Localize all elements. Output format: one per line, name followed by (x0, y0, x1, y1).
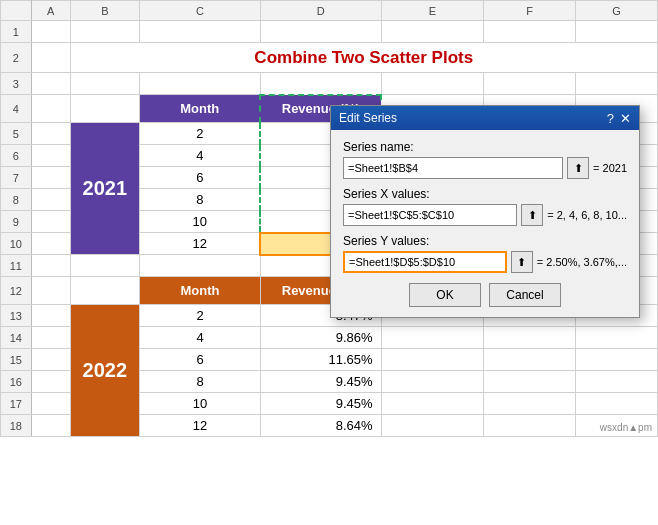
cell-a3[interactable] (31, 73, 70, 95)
collapse-arrow-x-icon: ⬆ (528, 209, 537, 222)
col-header-d: D (260, 1, 381, 21)
col-header-a: A (31, 1, 70, 21)
cell-c11[interactable] (140, 255, 261, 277)
series-x-label: Series X values: (343, 187, 627, 201)
cell-c1[interactable] (140, 21, 261, 43)
cell-a17[interactable] (31, 393, 70, 415)
cell-f1[interactable] (483, 21, 575, 43)
cell-c13[interactable]: 2 (140, 305, 261, 327)
row-num: 8 (1, 189, 32, 211)
cell-c16[interactable]: 8 (140, 371, 261, 393)
series-y-input[interactable] (343, 251, 507, 273)
cell-b4[interactable] (70, 95, 140, 123)
series-y-label: Series Y values: (343, 234, 627, 248)
cell-a9[interactable] (31, 211, 70, 233)
series-name-label: Series name: (343, 140, 627, 154)
row-num: 13 (1, 305, 32, 327)
cell-g14[interactable] (576, 327, 658, 349)
cell-c8[interactable]: 8 (140, 189, 261, 211)
cell-c7[interactable]: 6 (140, 167, 261, 189)
cell-g17[interactable] (576, 393, 658, 415)
cell-b11[interactable] (70, 255, 140, 277)
cell-c18[interactable]: 12 (140, 415, 261, 437)
cell-a7[interactable] (31, 167, 70, 189)
series-name-collapse-btn[interactable]: ⬆ (567, 157, 589, 179)
dialog-buttons: OK Cancel (343, 283, 627, 307)
cell-e16[interactable] (381, 371, 483, 393)
cell-e1[interactable] (381, 21, 483, 43)
cell-b12[interactable] (70, 277, 140, 305)
row-num: 4 (1, 95, 32, 123)
cell-f17[interactable] (483, 393, 575, 415)
edit-series-dialog: Edit Series ? ✕ Series name: ⬆ = 2021 Se… (330, 105, 640, 318)
cell-d3[interactable] (260, 73, 381, 95)
cell-a18[interactable] (31, 415, 70, 437)
cell-f18[interactable] (483, 415, 575, 437)
series-x-row: ⬆ = 2, 4, 6, 8, 10... (343, 204, 627, 226)
cell-a4[interactable] (31, 95, 70, 123)
cell-a6[interactable] (31, 145, 70, 167)
dialog-close-icon[interactable]: ✕ (620, 112, 631, 125)
cell-a2[interactable] (31, 43, 70, 73)
cell-e15[interactable] (381, 349, 483, 371)
cancel-button[interactable]: Cancel (489, 283, 561, 307)
cell-d18[interactable]: 8.64% (260, 415, 381, 437)
watermark: wsxdn▲pm (600, 422, 652, 433)
cell-c6[interactable]: 4 (140, 145, 261, 167)
row-num: 11 (1, 255, 32, 277)
cell-c3[interactable] (140, 73, 261, 95)
cell-a15[interactable] (31, 349, 70, 371)
cell-f14[interactable] (483, 327, 575, 349)
cell-a13[interactable] (31, 305, 70, 327)
cell-d14[interactable]: 9.86% (260, 327, 381, 349)
cell-a8[interactable] (31, 189, 70, 211)
cell-d1[interactable] (260, 21, 381, 43)
cell-d17[interactable]: 9.45% (260, 393, 381, 415)
cell-d15[interactable]: 11.65% (260, 349, 381, 371)
col-header-f: F (483, 1, 575, 21)
dialog-body: Series name: ⬆ = 2021 Series X values: ⬆… (331, 130, 639, 317)
cell-f15[interactable] (483, 349, 575, 371)
cell-b1[interactable] (70, 21, 140, 43)
cell-a16[interactable] (31, 371, 70, 393)
series-x-input[interactable] (343, 204, 517, 226)
cell-a11[interactable] (31, 255, 70, 277)
dialog-help-icon[interactable]: ? (607, 112, 614, 125)
cell-a5[interactable] (31, 123, 70, 145)
table-row: 1 (1, 21, 658, 43)
cell-c9[interactable]: 10 (140, 211, 261, 233)
cell-f3[interactable] (483, 73, 575, 95)
cell-a12[interactable] (31, 277, 70, 305)
row-num: 10 (1, 233, 32, 255)
cell-c17[interactable]: 10 (140, 393, 261, 415)
cell-e3[interactable] (381, 73, 483, 95)
cell-e17[interactable] (381, 393, 483, 415)
cell-c5[interactable]: 2 (140, 123, 261, 145)
cell-a1[interactable] (31, 21, 70, 43)
series-name-input[interactable] (343, 157, 563, 179)
series-name-row: ⬆ = 2021 (343, 157, 627, 179)
header-month-2021: Month (140, 95, 261, 123)
row-num: 9 (1, 211, 32, 233)
row-num: 16 (1, 371, 32, 393)
cell-f16[interactable] (483, 371, 575, 393)
cell-e14[interactable] (381, 327, 483, 349)
cell-a14[interactable] (31, 327, 70, 349)
ok-button[interactable]: OK (409, 283, 481, 307)
cell-c15[interactable]: 6 (140, 349, 261, 371)
cell-b3[interactable] (70, 73, 140, 95)
cell-g3[interactable] (576, 73, 658, 95)
title-cell: Combine Two Scatter Plots (70, 43, 657, 73)
cell-a10[interactable] (31, 233, 70, 255)
cell-g1[interactable] (576, 21, 658, 43)
cell-g15[interactable] (576, 349, 658, 371)
cell-c10[interactable]: 12 (140, 233, 261, 255)
series-y-collapse-btn[interactable]: ⬆ (511, 251, 533, 273)
cell-g16[interactable] (576, 371, 658, 393)
cell-d16[interactable]: 9.45% (260, 371, 381, 393)
row-num: 6 (1, 145, 32, 167)
series-x-collapse-btn[interactable]: ⬆ (521, 204, 543, 226)
row-num: 18 (1, 415, 32, 437)
cell-e18[interactable] (381, 415, 483, 437)
cell-c14[interactable]: 4 (140, 327, 261, 349)
